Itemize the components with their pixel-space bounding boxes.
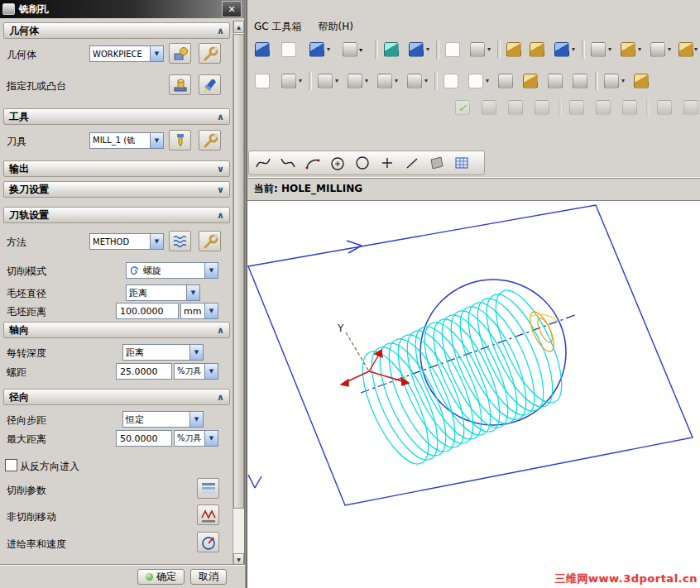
document-icon[interactable] <box>620 98 640 117</box>
round-tool-icon[interactable] <box>279 71 299 91</box>
close-button[interactable]: ✕ <box>222 1 242 17</box>
list-icon[interactable] <box>654 98 674 117</box>
max-distance-unit-combo[interactable]: %刀具 ▼ <box>174 430 218 447</box>
spreadsheet-icon[interactable] <box>443 40 463 60</box>
new-tool-button[interactable] <box>169 130 191 151</box>
pitch-unit-combo[interactable]: %刀具 ▼ <box>174 363 218 380</box>
scrollbar-thumb[interactable] <box>233 34 244 509</box>
zoom-icon[interactable] <box>545 71 565 91</box>
max-distance-input[interactable]: 50.0000 <box>116 430 172 447</box>
circle-center-icon[interactable] <box>327 153 348 173</box>
dialog-scrollbar[interactable]: ▲ ▼ <box>233 21 244 566</box>
geometry-combo-arrow-icon[interactable]: ▼ <box>150 46 163 61</box>
sheet-grid-icon[interactable] <box>451 153 472 173</box>
pan-dropdown-icon[interactable]: ▾ <box>621 77 625 84</box>
tool-combo[interactable]: MILL_1 (铣 ▼ <box>89 132 164 149</box>
graph-list-icon[interactable] <box>466 71 486 91</box>
scroll-up-button[interactable]: ▲ <box>233 21 244 33</box>
cutting-params-button[interactable] <box>197 478 219 499</box>
highlight-icon[interactable] <box>527 40 547 60</box>
graph-icon[interactable] <box>441 71 461 91</box>
constraint-dropdown-icon[interactable]: ▾ <box>608 45 611 53</box>
blank-diameter-combo-arrow-icon[interactable]: ▼ <box>186 285 199 300</box>
dialog-title-bar[interactable]: 铣削孔 ✕ <box>0 0 244 18</box>
tool-combo-arrow-icon[interactable]: ▼ <box>150 133 163 148</box>
list-alt-icon[interactable] <box>681 98 700 117</box>
highlight-hole-button[interactable] <box>199 74 221 95</box>
menu-help[interactable]: 帮助(H) <box>312 19 360 35</box>
gear-icon[interactable] <box>496 71 515 91</box>
comment-bubble-icon[interactable] <box>593 98 613 117</box>
cone-icon[interactable] <box>552 40 572 60</box>
section-axial[interactable]: 轴向 ∧ <box>3 322 230 338</box>
depth-per-rev-combo[interactable]: 距离 ▼ <box>122 344 204 361</box>
non-cutting-button[interactable] <box>197 504 219 525</box>
cube-icon[interactable] <box>252 40 272 60</box>
pitch-unit-arrow-icon[interactable]: ▼ <box>204 364 218 379</box>
flag-icon[interactable] <box>567 98 587 117</box>
verify-check-icon[interactable]: ✓ <box>453 98 472 117</box>
shaded-view-dropdown-icon[interactable]: ▾ <box>359 46 362 54</box>
transform-rotate-dropdown-icon[interactable]: ▾ <box>395 77 398 84</box>
transform-copy-dropdown-icon[interactable]: ▾ <box>424 77 428 84</box>
cone-dropdown-icon[interactable]: ▾ <box>572 45 575 53</box>
method-combo-arrow-icon[interactable]: ▼ <box>150 234 163 249</box>
specify-hole-button[interactable] <box>169 74 191 95</box>
reverse-entry-checkbox[interactable] <box>5 459 17 471</box>
blank-distance-unit-arrow-icon[interactable]: ▼ <box>204 304 218 318</box>
orient-view-dropdown-icon[interactable]: ▾ <box>426 45 429 53</box>
blank-distance-unit-combo[interactable]: mm ▼ <box>180 303 218 319</box>
edit-workpiece-button[interactable] <box>199 43 221 64</box>
point-icon[interactable] <box>376 153 398 173</box>
studio-spline-icon[interactable] <box>277 153 299 173</box>
section-tool[interactable]: 工具 ∧ <box>3 108 230 125</box>
ok-button[interactable]: 确定 <box>137 569 185 585</box>
round-tool-dropdown-icon[interactable]: ▾ <box>299 77 302 84</box>
transform-point-icon[interactable] <box>315 71 335 91</box>
section-geometry[interactable]: 几何体 ∧ <box>3 22 230 39</box>
measure-dropdown-icon[interactable]: ▾ <box>638 45 641 53</box>
section-tool-change[interactable]: 换刀设置 ∨ <box>3 181 230 198</box>
section-output[interactable]: 输出 ∨ <box>3 160 230 177</box>
feeds-speeds-button[interactable] <box>197 532 219 552</box>
circle-icon[interactable] <box>352 153 373 173</box>
dimension-dropdown-icon[interactable]: ▾ <box>668 45 671 53</box>
radial-step-combo[interactable]: 恒定 ▼ <box>122 411 204 428</box>
workpiece-icon[interactable] <box>479 98 499 117</box>
cut-mode-combo-arrow-icon[interactable]: ▼ <box>204 263 218 278</box>
ruler-icon[interactable] <box>676 40 696 60</box>
pitch-input[interactable]: 25.0000 <box>116 363 172 380</box>
method-combo[interactable]: METHOD ▼ <box>89 233 164 250</box>
export-dropdown-icon[interactable]: ▾ <box>327 45 330 53</box>
radial-step-arrow-icon[interactable]: ▼ <box>189 412 203 427</box>
search-icon[interactable] <box>570 71 590 91</box>
spline-icon[interactable] <box>252 153 274 173</box>
graphics-viewport[interactable]: Y 三维网www.3dportal.cn <box>247 200 700 588</box>
transform-move-dropdown-icon[interactable]: ▾ <box>365 77 368 84</box>
panel-divider[interactable] <box>245 0 247 588</box>
new-method-button[interactable] <box>169 231 191 251</box>
blank-diameter-combo[interactable]: 距离 ▼ <box>126 284 200 301</box>
dimension-icon[interactable] <box>648 40 668 60</box>
grid-icon[interactable] <box>532 98 552 117</box>
pan-icon[interactable] <box>602 71 621 91</box>
export-cube-icon[interactable] <box>307 40 327 60</box>
transform-move-icon[interactable] <box>345 71 365 91</box>
snapshot-icon[interactable] <box>381 40 401 60</box>
arc-icon[interactable] <box>302 153 324 173</box>
transform-point-dropdown-icon[interactable]: ▾ <box>335 77 338 84</box>
layer-stack-icon[interactable] <box>506 98 525 117</box>
face-icon[interactable] <box>426 153 448 173</box>
datum-dropdown-icon[interactable]: ▾ <box>487 45 491 53</box>
blank-distance-input[interactable]: 100.0000 <box>116 303 179 319</box>
measure-icon[interactable] <box>618 40 638 60</box>
scroll-down-button[interactable]: ▼ <box>233 553 244 566</box>
section-radial[interactable]: 径向 ∧ <box>3 389 230 405</box>
menu-gc-toolbox[interactable]: GC 工具箱 <box>247 19 309 35</box>
graph-list-dropdown-icon[interactable]: ▾ <box>486 77 489 84</box>
ruler-dropdown-icon[interactable]: ▾ <box>694 45 698 53</box>
transform-rotate-icon[interactable] <box>375 71 395 91</box>
add-icon[interactable] <box>520 71 540 91</box>
max-distance-unit-arrow-icon[interactable]: ▼ <box>204 431 218 446</box>
edit-display-icon[interactable] <box>504 40 524 60</box>
